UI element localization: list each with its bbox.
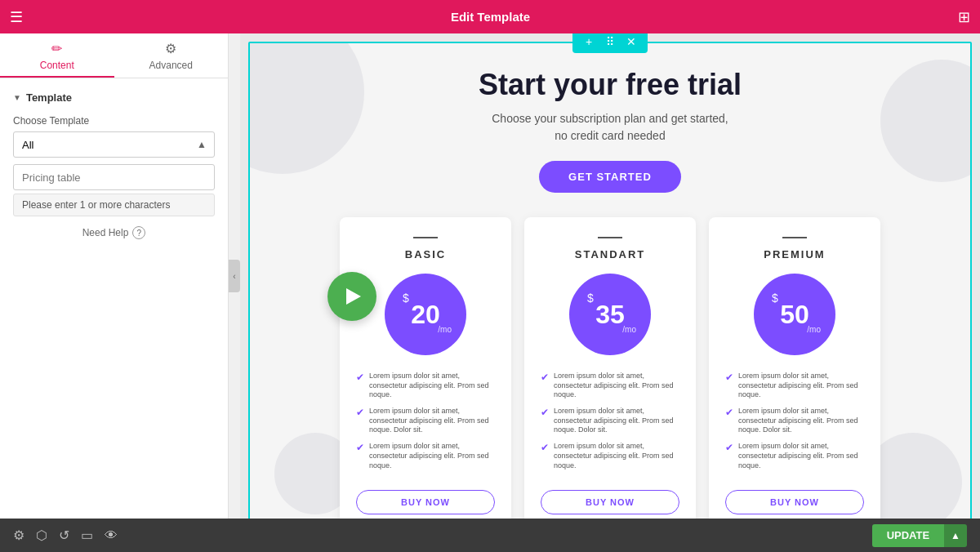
tab-content[interactable]: ✏ Content: [0, 33, 114, 78]
grid-icon[interactable]: ⊞: [958, 8, 970, 26]
update-dropdown-button[interactable]: ▲: [944, 524, 967, 547]
tab-advanced-label: Advanced: [149, 60, 193, 71]
feature-list: ✔ Lorem ipsum dolor sit amet, consectetu…: [356, 372, 495, 477]
get-started-button[interactable]: GET STARTED: [539, 161, 681, 193]
settings-icon[interactable]: ⚙: [13, 528, 24, 543]
feature-text: Lorem ipsum dolor sit amet, consectetur …: [369, 407, 495, 435]
tab-advanced[interactable]: ⚙ Advanced: [114, 33, 229, 78]
price-circle: $ 35 /mo: [569, 274, 651, 355]
preview-panel: + ⠿ ✕ Start your free trial Choose your …: [248, 42, 972, 519]
tab-content-label: Content: [40, 60, 74, 71]
check-icon: ✔: [356, 372, 364, 385]
hero-subtitle: Choose your subscription plan and get st…: [492, 110, 728, 145]
check-icon: ✔: [541, 372, 549, 385]
price-period: /mo: [622, 325, 636, 334]
template-select-wrapper: All ▲: [13, 131, 215, 158]
section-arrow: ▼: [13, 93, 21, 102]
preview-icon[interactable]: ▭: [81, 528, 93, 543]
search-input[interactable]: [13, 164, 215, 190]
template-select[interactable]: All: [13, 131, 215, 158]
pricing-row: BASIC $ 20 /mo ✔ Lorem ipsum dolor sit a…: [266, 217, 954, 519]
price-currency: $: [403, 292, 409, 305]
feature-item: ✔ Lorem ipsum dolor sit amet, consectetu…: [356, 407, 495, 435]
help-icon: ?: [132, 226, 145, 239]
sidebar: ✏ Content ⚙ Advanced ▼ Template Choose T…: [0, 33, 229, 519]
pricing-card-premium: PREMIUM $ 50 /mo ✔ Lorem ipsum dolor sit…: [709, 217, 880, 519]
section-header: ▼ Template: [13, 91, 215, 104]
card-title: STANDART: [575, 248, 646, 260]
check-icon: ✔: [356, 407, 364, 420]
need-help-label: Need Help: [82, 227, 129, 238]
buy-now-button[interactable]: BUY NOW: [725, 490, 864, 514]
section-title: Template: [26, 91, 72, 104]
check-icon: ✔: [356, 442, 364, 455]
price-currency: $: [772, 292, 778, 305]
feature-item: ✔ Lorem ipsum dolor sit amet, consectetu…: [725, 442, 864, 470]
feature-text: Lorem ipsum dolor sit amet, consectetur …: [554, 372, 679, 400]
layers-icon[interactable]: ⬡: [36, 528, 47, 543]
bottombar-icons: ⚙ ⬡ ↺ ▭ 👁: [13, 528, 118, 543]
price-currency: $: [587, 292, 594, 305]
feature-list: ✔ Lorem ipsum dolor sit amet, consectetu…: [541, 372, 679, 477]
feature-list: ✔ Lorem ipsum dolor sit amet, consectetu…: [725, 372, 864, 477]
check-icon: ✔: [541, 407, 549, 420]
card-title: PREMIUM: [764, 248, 825, 260]
price-period: /mo: [438, 325, 452, 334]
feature-item: ✔ Lorem ipsum dolor sit amet, consectetu…: [725, 372, 864, 400]
price-amount: 20: [411, 301, 440, 327]
feature-text: Lorem ipsum dolor sit amet, consectetur …: [554, 407, 679, 435]
feature-text: Lorem ipsum dolor sit amet, consectetur …: [738, 372, 864, 400]
main-layout: ✏ Content ⚙ Advanced ▼ Template Choose T…: [0, 33, 980, 519]
feature-text: Lorem ipsum dolor sit amet, consectetur …: [369, 372, 495, 400]
feature-text: Lorem ipsum dolor sit amet, consectetur …: [554, 442, 679, 470]
topbar: ☰ Edit Template ⊞: [0, 0, 980, 33]
advanced-icon: ⚙: [165, 41, 176, 56]
card-divider: [782, 237, 807, 238]
feature-item: ✔ Lorem ipsum dolor sit amet, consectetu…: [725, 407, 864, 435]
price-amount: 35: [595, 301, 625, 327]
update-button[interactable]: UPDATE: [872, 524, 944, 547]
check-icon: ✔: [541, 442, 549, 455]
feature-text: Lorem ipsum dolor sit amet, consectetur …: [738, 442, 864, 470]
pricing-card-basic: BASIC $ 20 /mo ✔ Lorem ipsum dolor sit a…: [340, 217, 511, 519]
feature-item: ✔ Lorem ipsum dolor sit amet, consectetu…: [356, 372, 495, 400]
content-area: + ⠿ ✕ Start your free trial Choose your …: [240, 33, 980, 519]
feature-text: Lorem ipsum dolor sit amet, consectetur …: [369, 442, 495, 470]
check-icon: ✔: [725, 407, 733, 420]
history-icon[interactable]: ↺: [59, 528, 69, 543]
eye-icon[interactable]: 👁: [105, 528, 118, 543]
bottombar: ⚙ ⬡ ↺ ▭ 👁 UPDATE ▲: [0, 519, 980, 552]
hero-title: Start your free trial: [479, 68, 742, 102]
sidebar-tabs: ✏ Content ⚙ Advanced: [0, 33, 228, 78]
card-divider: [413, 237, 438, 238]
card-title: BASIC: [405, 248, 446, 260]
topbar-title: Edit Template: [451, 10, 530, 24]
play-button[interactable]: [327, 272, 376, 321]
content-icon: ✏: [51, 41, 62, 56]
feature-item: ✔ Lorem ipsum dolor sit amet, consectetu…: [541, 372, 679, 400]
price-amount: 50: [780, 301, 809, 327]
price-circle: $ 50 /mo: [754, 274, 835, 355]
sidebar-content: ▼ Template Choose Template All ▲ Please …: [0, 78, 228, 519]
feature-text: Lorem ipsum dolor sit amet, consectetur …: [738, 407, 864, 435]
feature-item: ✔ Lorem ipsum dolor sit amet, consectetu…: [541, 407, 679, 435]
bg-circle-2: [880, 60, 970, 182]
card-divider: [598, 237, 622, 238]
feature-item: ✔ Lorem ipsum dolor sit amet, consectetu…: [541, 442, 679, 470]
play-triangle-icon: [346, 288, 361, 305]
bg-circle-1: [250, 43, 364, 174]
check-icon: ✔: [725, 442, 733, 455]
pricing-card-standart: STANDART $ 35 /mo ✔ Lorem ipsum dolor si…: [524, 217, 696, 519]
price-period: /mo: [807, 325, 821, 334]
preview-content: Start your free trial Choose your subscr…: [250, 43, 970, 519]
menu-icon[interactable]: ☰: [10, 8, 23, 26]
buy-now-button[interactable]: BUY NOW: [541, 490, 679, 514]
need-help[interactable]: Need Help ?: [13, 226, 215, 239]
price-circle: $ 20 /mo: [385, 274, 466, 355]
choose-template-label: Choose Template: [13, 115, 215, 127]
hint-text: Please enter 1 or more characters: [13, 194, 215, 216]
buy-now-button[interactable]: BUY NOW: [356, 490, 495, 514]
collapse-handle[interactable]: ‹: [229, 260, 240, 292]
feature-item: ✔ Lorem ipsum dolor sit amet, consectetu…: [356, 442, 495, 470]
check-icon: ✔: [725, 372, 733, 385]
